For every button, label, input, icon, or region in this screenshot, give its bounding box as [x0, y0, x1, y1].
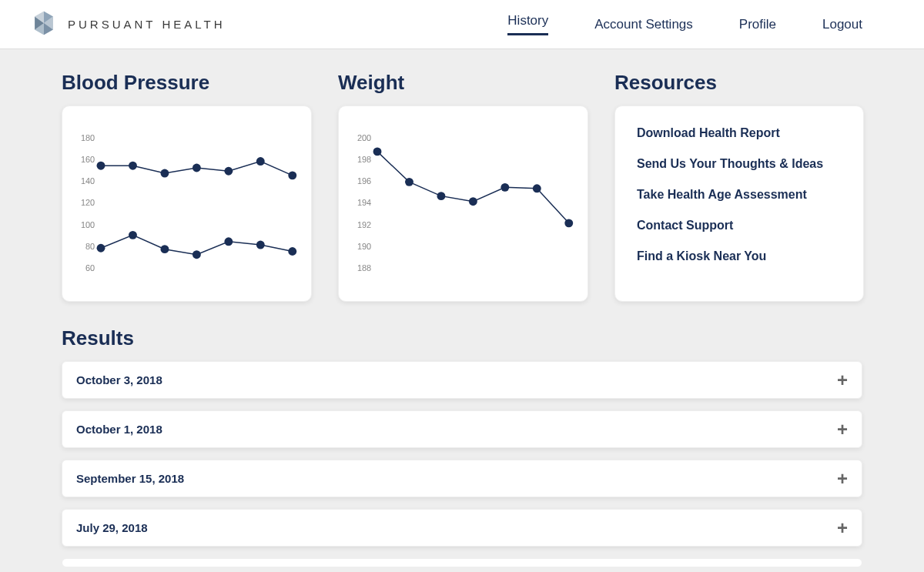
weight-panel: Weight 188190192194196198200	[338, 71, 588, 302]
svg-text:160: 160	[81, 155, 95, 164]
svg-point-19	[256, 157, 265, 166]
svg-point-40	[533, 184, 541, 192]
svg-point-15	[129, 162, 137, 170]
svg-point-37	[437, 192, 445, 200]
weight-title: Weight	[338, 71, 588, 95]
svg-point-20	[288, 171, 296, 179]
svg-point-39	[500, 183, 509, 192]
svg-point-26	[256, 241, 265, 249]
result-row[interactable]: October 3, 2018 +	[62, 361, 862, 399]
svg-text:80: 80	[85, 242, 95, 251]
result-date: October 3, 2018	[76, 373, 162, 386]
result-row[interactable]: October 1, 2018 +	[62, 410, 862, 448]
brand-name: PURSUANT HEALTH	[68, 18, 225, 31]
expand-icon: +	[837, 420, 848, 439]
weight-chart: 188190192194196198200	[350, 119, 577, 289]
result-row[interactable]: September 15, 2018 +	[62, 460, 862, 497]
results-section: Results October 3, 2018 + October 1, 201…	[62, 326, 862, 567]
result-row[interactable]: July 29, 2018 +	[62, 509, 862, 547]
expand-icon: +	[837, 470, 848, 488]
svg-text:190: 190	[357, 242, 371, 251]
resource-link-download-report[interactable]: Download Health Report	[637, 126, 842, 140]
result-date: October 1, 2018	[76, 423, 162, 436]
top-row: Blood Pressure 6080100120140160180 Weigh…	[62, 71, 862, 302]
svg-point-36	[405, 178, 413, 186]
svg-point-23	[160, 245, 169, 253]
expand-icon: +	[837, 519, 848, 537]
brand: PURSUANT HEALTH	[31, 10, 225, 39]
result-row-peek	[62, 558, 862, 567]
resource-link-health-age-assessment[interactable]: Take Health Age Assessment	[637, 188, 842, 202]
svg-point-21	[97, 244, 105, 253]
svg-text:198: 198	[357, 155, 371, 164]
svg-text:60: 60	[85, 263, 95, 273]
svg-point-16	[160, 169, 169, 178]
svg-point-38	[469, 197, 477, 206]
svg-text:180: 180	[81, 133, 95, 142]
resource-link-find-kiosk[interactable]: Find a Kiosk Near You	[637, 249, 842, 263]
resources-card: Download Health Report Send Us Your Thou…	[614, 105, 864, 302]
svg-text:192: 192	[357, 220, 371, 229]
resources-panel: Resources Download Health Report Send Us…	[614, 71, 864, 302]
svg-point-14	[97, 162, 105, 170]
expand-icon: +	[837, 371, 848, 390]
svg-point-17	[192, 164, 201, 172]
svg-text:196: 196	[357, 176, 371, 186]
svg-point-22	[129, 231, 137, 239]
brand-logo-icon	[31, 10, 57, 39]
svg-point-24	[192, 250, 201, 259]
nav-profile[interactable]: Profile	[739, 17, 776, 32]
svg-point-18	[224, 167, 233, 176]
svg-text:188: 188	[357, 263, 371, 273]
result-date: July 29, 2018	[76, 521, 148, 534]
svg-text:200: 200	[357, 133, 371, 142]
svg-text:120: 120	[81, 198, 95, 207]
nav-logout[interactable]: Logout	[822, 17, 862, 32]
nav-history[interactable]: History	[507, 13, 548, 35]
blood-pressure-chart-card: 6080100120140160180	[62, 105, 312, 302]
results-title: Results	[62, 326, 862, 350]
result-date: September 15, 2018	[76, 472, 184, 485]
main: Blood Pressure 6080100120140160180 Weigh…	[0, 49, 924, 567]
svg-text:194: 194	[357, 198, 371, 207]
svg-point-41	[564, 219, 573, 227]
top-nav: History Account Settings Profile Logout	[507, 13, 893, 35]
svg-point-35	[373, 147, 382, 156]
resource-link-contact-support[interactable]: Contact Support	[637, 219, 842, 232]
svg-text:100: 100	[81, 220, 95, 229]
resource-link-send-thoughts[interactable]: Send Us Your Thoughts & Ideas	[637, 157, 842, 171]
blood-pressure-chart: 6080100120140160180	[73, 119, 300, 289]
svg-point-25	[224, 237, 233, 246]
weight-chart-card: 188190192194196198200	[338, 105, 588, 302]
svg-text:140: 140	[81, 176, 95, 186]
blood-pressure-title: Blood Pressure	[62, 71, 312, 95]
nav-account-settings[interactable]: Account Settings	[594, 17, 693, 32]
svg-point-27	[288, 247, 296, 256]
resources-title: Resources	[614, 71, 864, 95]
blood-pressure-panel: Blood Pressure 6080100120140160180	[62, 71, 312, 302]
app-header: PURSUANT HEALTH History Account Settings…	[0, 0, 924, 49]
